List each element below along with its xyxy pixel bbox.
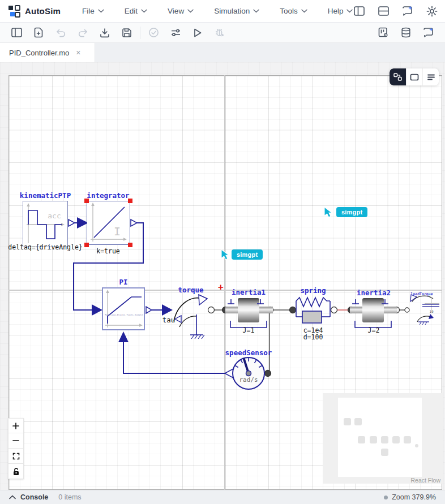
block-pi[interactable]: Modelica.Blocks.Types.SimpleController.P… [102,287,145,330]
app-logo[interactable]: AutoSim [8,5,61,18]
toolbar [0,23,445,43]
block-integrator[interactable]: I [87,201,130,245]
block-spring[interactable] [294,294,333,326]
menu-edit[interactable]: Edit [125,7,147,15]
status-bar: Console 0 items Zoom 379.9% [0,490,445,504]
console-items-count: 0 items [58,493,81,501]
tab-bar: PID_Controller.mo × [0,43,445,62]
block-param-kinematicPTP: deltaq={driveAngle} [3,243,88,251]
block-label-torque: torque [162,286,219,294]
kinematicPTP-icon: acc [23,201,67,246]
block-param-spring-d: d=100 [285,333,341,341]
console-toggle[interactable]: Console [20,493,48,501]
collaborator-cursor [221,249,229,260]
check-circle-icon[interactable] [147,27,160,39]
debug-icon[interactable] [213,27,226,39]
minimap-node [381,449,388,456]
menu-help[interactable]: Help [328,7,353,15]
run-icon[interactable] [191,27,204,39]
block-label-speedSensor: speedSensor [215,348,283,357]
zoom-in-button[interactable] [8,418,24,433]
svg-text:acc: acc [48,212,61,220]
library-icon[interactable] [400,27,412,39]
pi-icon [103,288,144,329]
menu-file[interactable]: File [82,7,104,15]
tab-pid-controller[interactable]: PID_Controller.mo × [0,43,95,62]
block-label-integrator: integrator [69,191,148,200]
zoom-indicator: Zoom 379.9% [384,493,436,501]
console-expand-icon[interactable] [9,495,16,499]
toolbar-separator [140,27,140,39]
icon-view-icon [410,74,419,81]
fit-view-button[interactable] [8,449,24,464]
redo-icon[interactable] [76,27,89,39]
tune-icon[interactable] [169,27,182,39]
menu-tools[interactable]: Tools [280,7,307,15]
tab-close-icon[interactable]: × [76,49,80,57]
block-loadTorque[interactable] [404,291,440,326]
zoom-out-button[interactable] [8,433,24,449]
block-param-loadTorque: 10 [426,309,437,313]
app-name: AutoSim [25,6,61,16]
split-columns-icon[interactable] [353,5,365,18]
canvas-controls [8,418,24,479]
undo-icon[interactable] [54,27,67,39]
menu-simulation[interactable]: Simulation [214,7,259,15]
minimap[interactable] [323,393,443,484]
reactflow-attribution: React Flow [374,477,440,484]
block-kinematicPTP[interactable]: acc [23,201,68,247]
ai-chat-icon[interactable] [401,5,414,18]
minimap-node [392,436,400,443]
block-inertia1[interactable] [225,298,273,329]
view-mode-toggle [390,68,439,85]
board-settings-icon[interactable] [377,27,390,39]
minimap-node [354,418,362,425]
pi-controller-type-text: Modelica.Blocks.Types.SimpleController.P… [105,313,143,316]
logo-icon [8,5,20,18]
new-file-icon[interactable] [32,27,45,39]
block-param-inertia2: J=2 [354,326,393,334]
zoom-dot-icon [384,496,388,499]
app-window: AutoSim File Edit View Simulation Tools … [0,0,445,504]
block-label-inertia2: inertia2 [345,288,402,297]
collaborator-cursor-label: simgpt [336,207,367,217]
minimap-node [344,418,351,425]
menu-list: File Edit View Simulation Tools Help [82,7,353,15]
torque-tau-text: tau [159,316,179,324]
tab-label: PID_Controller.mo [9,49,69,57]
zoom-level-text: Zoom 379.9% [392,493,436,501]
block-torque[interactable] [167,286,218,342]
minimap-node [404,436,411,443]
selection-handle[interactable] [128,243,132,247]
settings-icon[interactable] [426,5,438,18]
import-icon[interactable] [99,27,111,39]
svg-text:rad/s: rad/s [239,376,258,384]
save-icon[interactable] [121,27,133,39]
block-param-inertia1: J=1 [229,326,268,334]
block-label-spring: spring [285,286,341,295]
block-label-loadTorque: loadTorque [404,292,439,296]
panel-left-icon[interactable] [10,27,23,39]
text-view-button[interactable] [422,68,439,85]
text-view-icon [427,74,435,81]
minimap-node [358,436,365,443]
icon-view-button[interactable] [406,68,422,85]
block-inertia2[interactable] [350,298,397,329]
menubar: AutoSim File Edit View Simulation Tools … [0,0,445,23]
collaborator-cursor [324,206,332,218]
block-label-pi: PI [106,278,140,286]
menu-view[interactable]: View [168,7,194,15]
block-speedSensor[interactable]: rad/s [229,354,268,393]
diagram-canvas[interactable]: + acc kinematicPTP deltaq={driveAngle} I [0,62,445,490]
minimap-node [381,436,388,443]
lock-button[interactable] [8,464,24,479]
svg-text:I: I [114,225,121,238]
block-param-integrator: k=true [88,247,128,255]
split-rows-icon[interactable] [377,5,390,18]
minimap-node [370,436,377,443]
diagram-view-icon [393,72,403,81]
collaborator-cursor-label: simgpt [232,249,263,260]
diagram-view-button[interactable] [390,68,406,85]
block-label-inertia1: inertia1 [220,288,277,296]
ai-chat-icon[interactable] [422,27,435,39]
